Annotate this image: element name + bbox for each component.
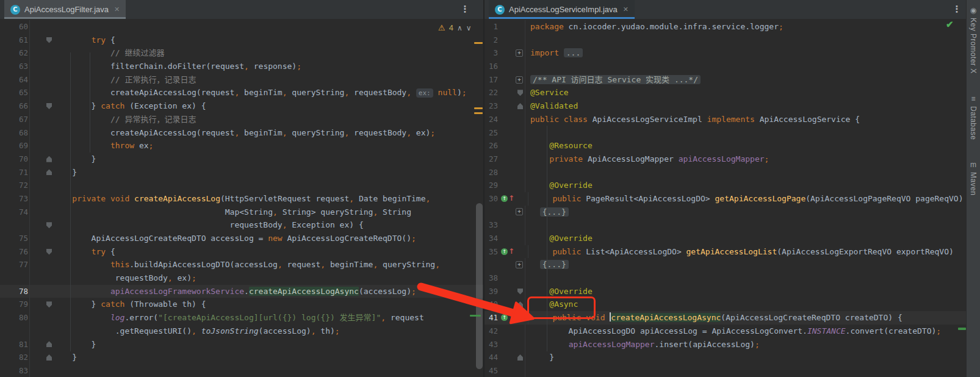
- code-line-27[interactable]: 27 private ApiAccessLogMapper apiAccessL…: [485, 153, 967, 166]
- fold-marker-icon[interactable]: [30, 218, 53, 232]
- tab-apiaccesslogserviceimpl[interactable]: C ApiAccessLogServiceImpl.java ✕: [489, 0, 635, 19]
- code-line-wrap[interactable]: + {...}: [485, 258, 967, 271]
- inspections-widget[interactable]: ⚠ 4 ∧ ∨: [438, 23, 471, 32]
- code-line-75[interactable]: 75 ApiAccessLogCreateReqDTO accessLog = …: [0, 232, 483, 245]
- code-line-45[interactable]: 45: [485, 364, 967, 377]
- warning-stripe-mark[interactable]: [474, 107, 483, 109]
- code-line-80[interactable]: 80 log.error("[createApiAccessLog][url({…: [0, 311, 483, 325]
- fold-marker-icon[interactable]: [30, 34, 53, 47]
- fold-gutter: [514, 192, 528, 206]
- code-line-2[interactable]: 2: [485, 34, 967, 47]
- code-line-30[interactable]: 30↑↑ public PageResult<ApiAccessLogDO> g…: [485, 192, 967, 206]
- tabbar-left: C ApiAccessLogFilter.java ✕: [0, 0, 483, 20]
- code-line-83[interactable]: 83: [0, 364, 483, 377]
- override-method-icon[interactable]: ↑↑: [500, 245, 514, 259]
- fold-marker-icon[interactable]: +: [511, 46, 525, 60]
- fold-marker-icon[interactable]: [511, 351, 525, 364]
- code-line-33[interactable]: 33: [485, 218, 967, 232]
- code-line-26[interactable]: 26 @Resource: [485, 139, 967, 153]
- code-line-wrap[interactable]: .getRequestURI(), toJsonString(accessLog…: [0, 325, 483, 338]
- code-line-29[interactable]: 29 @Override: [485, 179, 967, 192]
- code-line-66[interactable]: 66 } catch (Exception ex) {: [0, 99, 483, 113]
- tab-close-icon[interactable]: ✕: [623, 5, 629, 13]
- fold-marker-icon[interactable]: [511, 86, 525, 99]
- fold-marker-icon[interactable]: +: [511, 73, 525, 87]
- scrollbar-thumb[interactable]: [476, 203, 483, 369]
- code-line-17[interactable]: 17+/** API 访问日志 Service 实现类 ...*/: [485, 73, 967, 87]
- toolwindow-key-promoter-x[interactable]: ◉ Key Promoter X: [969, 6, 978, 74]
- code-line-34[interactable]: 34 @Override: [485, 232, 967, 245]
- fold-gutter: [511, 271, 525, 285]
- code-line-71[interactable]: 71 }: [0, 166, 483, 179]
- code-line-72[interactable]: 72: [0, 179, 483, 192]
- fold-marker-icon[interactable]: [30, 99, 53, 113]
- code-line-68[interactable]: 68 createApiAccessLog(request, beginTim,…: [0, 126, 483, 140]
- code-line-24[interactable]: 24public class ApiAccessLogServiceImpl i…: [485, 113, 967, 126]
- code-line-77[interactable]: 77 this.buildApiAccessLogDTO(accessLog, …: [0, 258, 483, 271]
- code-line-61[interactable]: 61 try {: [0, 34, 483, 47]
- fold-marker-icon[interactable]: [30, 298, 53, 311]
- code-line-wrap[interactable]: + {...}: [485, 206, 967, 219]
- code-editor-left[interactable]: 6061 try {62 // 继续过滤器63 filterChain.doFi…: [0, 19, 483, 377]
- prev-warning-icon[interactable]: ∧: [457, 24, 463, 32]
- code-line-42[interactable]: 42 ApiAccessLogDO apiAccessLog = ApiAcce…: [485, 325, 967, 338]
- code-line-35[interactable]: 35↑↑ public List<ApiAccessLogDO> getApiA…: [485, 245, 967, 259]
- fold-marker-icon[interactable]: [30, 166, 53, 179]
- code-line-62[interactable]: 62 // 继续过滤器: [0, 46, 483, 60]
- code-line-64[interactable]: 64 // 正常执行，记录日志: [0, 73, 483, 87]
- code-line-79[interactable]: 79 } catch (Throwable th) {: [0, 298, 483, 311]
- line-number: 1: [485, 20, 500, 34]
- code-line-1[interactable]: 1package cn.iocoder.yudao.module.infra.s…: [485, 20, 967, 34]
- usage-stripe-mark[interactable]: [470, 315, 481, 317]
- code-line-82[interactable]: 82 }: [0, 351, 483, 364]
- code-line-65[interactable]: 65 createApiAccessLog(request, beginTim,…: [0, 86, 483, 99]
- code-line-43[interactable]: 43 apiAccessLogMapper.insert(apiAccessLo…: [485, 338, 967, 351]
- override-method-icon[interactable]: ↑↑: [500, 192, 514, 206]
- fold-gutter: [511, 60, 525, 73]
- code-line-67[interactable]: 67 // 异常执行，记录日志: [0, 113, 483, 126]
- override-method-icon[interactable]: ↑↑: [500, 311, 514, 325]
- code-line-3[interactable]: 3+import ...: [485, 46, 967, 60]
- code-line-69[interactable]: 69 throw ex;: [0, 139, 483, 153]
- code-line-wrap[interactable]: requestBody, Exception ex) {: [0, 218, 483, 232]
- fold-marker-icon[interactable]: [30, 153, 53, 166]
- code-line-78[interactable]: 78 apiAccessLogFrameworkService.createAp…: [0, 285, 483, 298]
- code-line-28[interactable]: 28: [485, 166, 967, 179]
- fold-marker-icon[interactable]: +: [511, 206, 525, 219]
- editor-options-menu-icon[interactable]: ⋮: [952, 2, 962, 16]
- fold-marker-icon[interactable]: [30, 351, 53, 364]
- fold-marker-icon[interactable]: [511, 99, 525, 113]
- tab-apiaccesslogfilter[interactable]: C ApiAccessLogFilter.java ✕: [4, 0, 126, 19]
- code-line-16[interactable]: 16: [485, 60, 967, 73]
- code-line-76[interactable]: 76 try {: [0, 245, 483, 259]
- code-line-81[interactable]: 81 }: [0, 338, 483, 351]
- fold-marker-icon[interactable]: +: [511, 258, 525, 271]
- editor-options-menu-icon[interactable]: ⋮: [460, 2, 470, 16]
- code-line-60[interactable]: 60: [0, 20, 483, 34]
- gutter-icon-slot: [500, 218, 511, 232]
- code-line-25[interactable]: 25: [485, 126, 967, 140]
- tab-close-icon[interactable]: ✕: [114, 5, 120, 13]
- fold-marker-icon[interactable]: [30, 338, 53, 351]
- code-line-44[interactable]: 44 }: [485, 351, 967, 364]
- code-line-wrap[interactable]: requestBody, ex);: [0, 271, 483, 285]
- code-line-73[interactable]: 73 private void createApiAccessLog(HttpS…: [0, 192, 483, 206]
- gutter-icon-slot: [500, 34, 511, 47]
- warning-stripe-mark[interactable]: [474, 42, 483, 44]
- toolwindow-database[interactable]: ≡ Database: [969, 95, 978, 140]
- inspections-ok-icon[interactable]: ✔: [946, 19, 954, 30]
- warning-stripe-mark[interactable]: [474, 112, 483, 114]
- code-line-38[interactable]: 38: [485, 271, 967, 285]
- code-line-63[interactable]: 63 filterChain.doFilter(request, respons…: [0, 60, 483, 73]
- code-line-70[interactable]: 70 }: [0, 153, 483, 166]
- next-warning-icon[interactable]: ∨: [466, 24, 472, 32]
- code-line-23[interactable]: 23@Validated: [485, 99, 967, 113]
- fold-marker-icon[interactable]: [30, 245, 53, 259]
- code-editor-right[interactable]: 1package cn.iocoder.yudao.module.infra.s…: [485, 19, 967, 377]
- usage-stripe-mark[interactable]: [958, 328, 966, 330]
- fold-marker-icon[interactable]: [511, 298, 525, 311]
- toolwindow-maven[interactable]: m Maven: [969, 160, 978, 196]
- code-line-22[interactable]: 22@Service: [485, 86, 967, 99]
- code-line-74[interactable]: 74 Map<String, String> queryString, Stri…: [0, 206, 483, 219]
- fold-marker-icon[interactable]: [511, 285, 525, 298]
